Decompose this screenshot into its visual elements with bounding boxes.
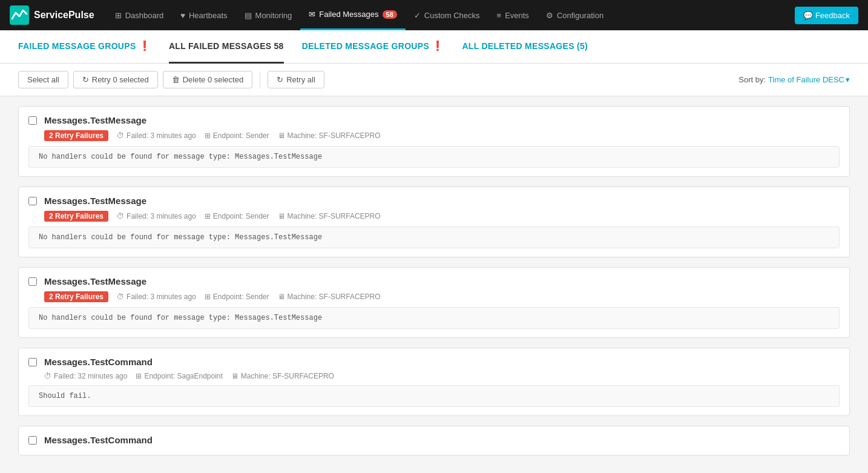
failed-time: ⏱Failed: 3 minutes ago — [117, 293, 196, 301]
message-card-4: Messages.TestCommand ⏱Failed: 32 minutes… — [18, 348, 850, 416]
clock-icon: ⏱ — [117, 212, 124, 220]
message-info: Messages.TestMessage 2 Retry Failures ⏱F… — [44, 276, 840, 302]
endpoint: ⊞Endpoint: SagaEndpoint — [136, 372, 222, 380]
message-title: Messages.TestCommand — [44, 435, 840, 445]
failed-time: ⏱Failed: 32 minutes ago — [44, 372, 127, 380]
sub-tab-bar: FAILED MESSAGE GROUPS ❗ ALL FAILED MESSA… — [0, 30, 868, 64]
messages-list: Messages.TestMessage 2 Retry Failures ⏱F… — [0, 96, 868, 473]
message-card-5: Messages.TestCommand — [18, 426, 850, 455]
endpoint-icon: ⊞ — [205, 293, 211, 301]
message-info: Messages.TestMessage 2 Retry Failures ⏱F… — [44, 196, 840, 222]
endpoint: ⊞Endpoint: Sender — [205, 293, 269, 301]
message-body: No handlers could be found for message t… — [28, 146, 840, 168]
clock-icon: ⏱ — [44, 372, 51, 380]
machine-icon: 🖥 — [278, 212, 285, 220]
message-body: No handlers could be found for message t… — [28, 307, 840, 329]
tab-failed-groups[interactable]: FAILED MESSAGE GROUPS ❗ — [18, 30, 151, 64]
machine-icon: 🖥 — [231, 372, 238, 380]
sort-control: Sort by: Time of Failure DESC ▾ — [738, 75, 850, 84]
message-body: Should fail. — [28, 385, 840, 407]
retry-badge: 2 Retry Failures — [44, 211, 108, 222]
events-icon: ≡ — [497, 11, 502, 20]
message-info: Messages.TestCommand — [44, 435, 840, 450]
endpoint-icon: ⊞ — [205, 131, 211, 140]
endpoint: ⊞Endpoint: Sender — [205, 212, 269, 220]
message-meta: ⏱Failed: 32 minutes ago ⊞Endpoint: SagaE… — [44, 372, 840, 380]
message-meta: 2 Retry Failures ⏱Failed: 3 minutes ago … — [44, 291, 840, 302]
logo-icon — [10, 5, 29, 25]
message-header: Messages.TestCommand — [19, 426, 849, 455]
message-title: Messages.TestMessage — [44, 276, 840, 286]
message-checkbox-2[interactable] — [28, 197, 37, 205]
tab-deleted-groups[interactable]: DELETED MESSAGE GROUPS ❗ — [302, 30, 444, 64]
delete-icon: 🗑 — [172, 75, 180, 84]
delete-selected-button[interactable]: 🗑 Delete 0 selected — [163, 71, 252, 88]
message-card-2: Messages.TestMessage 2 Retry Failures ⏱F… — [18, 187, 850, 257]
endpoint-icon: ⊞ — [205, 212, 211, 220]
message-card-1: Messages.TestMessage 2 Retry Failures ⏱F… — [18, 106, 850, 177]
message-checkbox-1[interactable] — [28, 116, 37, 125]
failed-groups-exclamation: ❗ — [139, 40, 151, 51]
toolbar-separator — [260, 71, 260, 88]
heartbeat-icon: ♥ — [180, 11, 185, 20]
nav-configuration[interactable]: ⚙ Configuration — [538, 0, 612, 30]
select-all-button[interactable]: Select all — [18, 71, 68, 88]
message-title: Messages.TestMessage — [44, 115, 840, 125]
main-nav: ⊞ Dashboard ♥ Heartbeats ▤ Monitoring ✉ … — [107, 0, 795, 30]
failed-time: ⏱Failed: 3 minutes ago — [117, 131, 196, 140]
machine: 🖥Machine: SF-SURFACEPRO — [278, 131, 381, 140]
failed-messages-badge: 58 — [383, 10, 397, 19]
retry-all-icon: ↻ — [277, 75, 283, 84]
sort-chevron-icon: ▾ — [846, 75, 850, 84]
message-checkbox-5[interactable] — [28, 436, 37, 445]
nav-failed-messages[interactable]: ✉ Failed Messages 58 — [300, 0, 406, 30]
feedback-button[interactable]: 💬 Feedback — [795, 7, 858, 24]
message-header: Messages.TestMessage 2 Retry Failures ⏱F… — [19, 187, 849, 227]
action-toolbar: Select all ↻ Retry 0 selected 🗑 Delete 0… — [0, 64, 868, 96]
nav-dashboard[interactable]: ⊞ Dashboard — [107, 0, 173, 30]
message-checkbox-4[interactable] — [28, 358, 37, 366]
message-info: Messages.TestMessage 2 Retry Failures ⏱F… — [44, 115, 840, 141]
message-header: Messages.TestMessage 2 Retry Failures ⏱F… — [19, 268, 849, 307]
config-icon: ⚙ — [546, 11, 553, 20]
machine-icon: 🖥 — [278, 131, 285, 140]
endpoint: ⊞Endpoint: Sender — [205, 131, 269, 140]
sort-selector[interactable]: Time of Failure DESC ▾ — [768, 75, 850, 84]
machine: 🖥Machine: SF-SURFACEPRO — [231, 372, 334, 380]
message-header: Messages.TestMessage 2 Retry Failures ⏱F… — [19, 107, 849, 146]
message-title: Messages.TestCommand — [44, 357, 840, 367]
failed-time: ⏱Failed: 3 minutes ago — [117, 212, 196, 220]
message-checkbox-3[interactable] — [28, 277, 37, 286]
nav-heartbeats[interactable]: ♥ Heartbeats — [172, 0, 235, 30]
message-body: No handlers could be found for message t… — [28, 227, 840, 248]
endpoint-icon: ⊞ — [136, 372, 142, 380]
monitoring-icon: ▤ — [245, 11, 252, 20]
nav-monitoring[interactable]: ▤ Monitoring — [236, 0, 301, 30]
machine: 🖥Machine: SF-SURFACEPRO — [278, 212, 381, 220]
check-icon: ✓ — [414, 11, 421, 20]
message-info: Messages.TestCommand ⏱Failed: 32 minutes… — [44, 357, 840, 380]
machine: 🖥Machine: SF-SURFACEPRO — [278, 293, 381, 301]
message-header: Messages.TestCommand ⏱Failed: 32 minutes… — [19, 348, 849, 385]
all-failed-count: 58 — [274, 41, 283, 51]
clock-icon: ⏱ — [117, 293, 124, 301]
tab-all-failed[interactable]: ALL FAILED MESSAGES 58 — [169, 30, 284, 64]
nav-custom-checks[interactable]: ✓ Custom Checks — [406, 0, 488, 30]
retry-icon: ↻ — [82, 75, 89, 84]
retry-badge: 2 Retry Failures — [44, 130, 108, 141]
message-meta: 2 Retry Failures ⏱Failed: 3 minutes ago … — [44, 130, 840, 141]
deleted-groups-exclamation: ❗ — [432, 40, 444, 51]
tab-all-deleted[interactable]: ALL DELETED MESSAGES (5) — [462, 30, 588, 64]
email-icon: ✉ — [309, 10, 315, 19]
message-title: Messages.TestMessage — [44, 196, 840, 206]
nav-events[interactable]: ≡ Events — [488, 0, 538, 30]
retry-all-button[interactable]: ↻ Retry all — [268, 71, 324, 88]
logo[interactable]: ServicePulse — [10, 5, 94, 25]
dashboard-icon: ⊞ — [115, 11, 122, 20]
retry-badge: 2 Retry Failures — [44, 291, 108, 302]
message-meta: 2 Retry Failures ⏱Failed: 3 minutes ago … — [44, 211, 840, 222]
message-card-3: Messages.TestMessage 2 Retry Failures ⏱F… — [18, 267, 850, 338]
retry-selected-button[interactable]: ↻ Retry 0 selected — [73, 71, 158, 88]
clock-icon: ⏱ — [117, 131, 124, 140]
machine-icon: 🖥 — [278, 293, 285, 301]
